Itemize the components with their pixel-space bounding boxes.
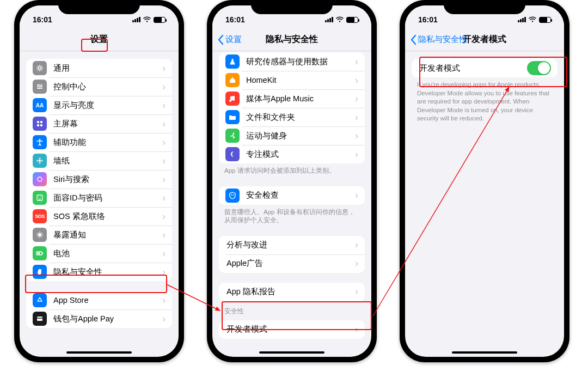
settings-row[interactable]: 运动与健身›: [219, 126, 365, 145]
home-indicator[interactable]: [452, 351, 517, 354]
settings-row[interactable]: 电池›: [26, 244, 172, 263]
status-time: 16:01: [225, 15, 245, 24]
moon-icon: [225, 147, 240, 161]
status-icons: [325, 16, 358, 23]
face-icon: [33, 191, 47, 205]
battery-icon: [33, 246, 47, 260]
settings-row[interactable]: 通用›: [26, 59, 172, 77]
toggle-on[interactable]: [527, 61, 551, 75]
chevron-right-icon: ›: [355, 75, 358, 86]
chevron-right-icon: ›: [162, 63, 166, 74]
svg-rect-22: [38, 253, 40, 254]
svg-point-27: [233, 194, 234, 196]
settings-row[interactable]: 暴露通知›: [26, 226, 172, 244]
status-time: 16:01: [418, 15, 438, 24]
phone-devmode: 16:01 隐私与安全性 开发者模式 开发者模式: [400, 0, 569, 362]
chevron-right-icon: ›: [162, 248, 166, 259]
wifi-icon: [143, 16, 151, 23]
back-label: 隐私与安全性: [418, 34, 467, 45]
status-icons: [518, 16, 551, 23]
signal-icon: [132, 17, 140, 22]
chevron-right-icon: ›: [355, 286, 358, 297]
settings-row[interactable]: 隐私与安全性›: [26, 263, 172, 281]
settings-row[interactable]: SOSSOS 紧急联络›: [26, 207, 172, 226]
settings-row[interactable]: 文件和文件夹›: [219, 108, 365, 126]
row-label: 研究传感器与使用数据: [246, 57, 352, 67]
row-label: 主屏幕: [53, 119, 159, 129]
chevron-right-icon: ›: [162, 229, 166, 241]
settings-content[interactable]: 通用›控制中心›AA显示与亮度›主屏幕›辅助功能›墙纸›Siri与搜索›面容ID…: [20, 51, 179, 357]
shield-icon: [225, 188, 240, 203]
svg-point-19: [38, 233, 41, 236]
SOS-icon: SOS: [33, 209, 47, 223]
row-label: 通用: [53, 63, 159, 74]
chevron-right-icon: ›: [162, 174, 166, 185]
settings-row[interactable]: App 隐私报告›: [219, 283, 365, 301]
nav-title: 设置: [90, 34, 108, 45]
settings-row[interactable]: 安全检查›: [219, 186, 365, 205]
home-indicator[interactable]: [259, 351, 324, 354]
svg-rect-21: [42, 253, 44, 254]
status-time: 16:01: [33, 15, 52, 24]
wallet-icon: [33, 312, 47, 326]
nav-title: 开发者模式: [463, 34, 506, 45]
chevron-right-icon: ›: [355, 130, 358, 142]
settings-row[interactable]: 主屏幕›: [26, 114, 172, 133]
chevron-right-icon: ›: [162, 118, 166, 130]
notch: [444, 0, 525, 14]
settings-row[interactable]: 媒体与Apple Music›: [219, 89, 365, 108]
flower-icon: [33, 154, 47, 168]
svg-rect-7: [37, 124, 39, 126]
status-icons: [132, 16, 166, 23]
settings-row[interactable]: 专注模式›: [219, 145, 365, 163]
settings-row[interactable]: Apple广告›: [219, 254, 365, 273]
run-icon: [225, 129, 240, 143]
settings-row[interactable]: 面容ID与密码›: [26, 188, 172, 207]
row-label: 专注模式: [246, 149, 352, 160]
settings-row[interactable]: Siri与搜索›: [26, 170, 172, 188]
svg-point-11: [39, 157, 41, 160]
svg-point-17: [38, 197, 39, 198]
nav-bar: 隐私与安全性 开发者模式: [405, 28, 564, 51]
row-label: 文件和文件夹: [246, 112, 352, 123]
back-button[interactable]: 设置: [217, 28, 242, 51]
chevron-right-icon: ›: [162, 81, 166, 93]
chevron-right-icon: ›: [162, 211, 166, 222]
row-label: 控制中心: [53, 82, 159, 92]
nav-bar: 设置 隐私与安全性: [212, 28, 371, 51]
back-button[interactable]: 隐私与安全性: [409, 28, 467, 51]
svg-point-3: [39, 88, 40, 89]
settings-row[interactable]: 研究传感器与使用数据›: [219, 52, 365, 71]
privacy-content[interactable]: 研究传感器与使用数据›HomeKit›媒体与Apple Music›文件和文件夹…: [212, 51, 371, 357]
chevron-right-icon: ›: [355, 56, 358, 68]
home-indicator[interactable]: [66, 351, 132, 354]
settings-row[interactable]: 墙纸›: [26, 151, 172, 170]
svg-rect-24: [37, 318, 42, 319]
appstore-icon: [33, 293, 47, 307]
chevron-right-icon: ›: [355, 258, 358, 269]
chevron-right-icon: ›: [162, 137, 166, 148]
nav-bar: 设置: [20, 28, 179, 51]
svg-rect-8: [40, 124, 42, 126]
settings-row[interactable]: HomeKit›: [219, 71, 365, 89]
settings-row[interactable]: 辅助功能›: [26, 133, 172, 151]
svg-point-15: [38, 177, 42, 181]
row-developer-mode-toggle[interactable]: 开发者模式: [412, 59, 558, 77]
settings-row[interactable]: 钱包与Apple Pay›: [26, 309, 172, 328]
virus-icon: [33, 228, 47, 242]
chevron-right-icon: ›: [355, 93, 358, 105]
settings-row[interactable]: AA显示与亮度›: [26, 96, 172, 114]
phone-settings: 16:01 设置 通用›控制中心›AA显示与亮度›主屏幕›辅助功能›墙纸›Sir…: [14, 0, 184, 362]
home-icon: [225, 73, 240, 87]
settings-row[interactable]: App Store›: [26, 291, 172, 309]
AA-icon: AA: [33, 98, 47, 112]
svg-point-0: [39, 67, 41, 70]
notch: [251, 0, 333, 14]
settings-row[interactable]: 开发者模式›: [219, 320, 365, 339]
settings-row[interactable]: 控制中心›: [26, 77, 172, 96]
group-footer: 留意哪些人、App 和设备有权访问你的信息，从而保护个人安全。: [212, 205, 371, 226]
chevron-left-icon: [409, 34, 417, 45]
row-label: 显示与亮度: [53, 100, 159, 111]
settings-row[interactable]: 分析与改进›: [219, 236, 365, 254]
hand-icon: [33, 265, 47, 279]
